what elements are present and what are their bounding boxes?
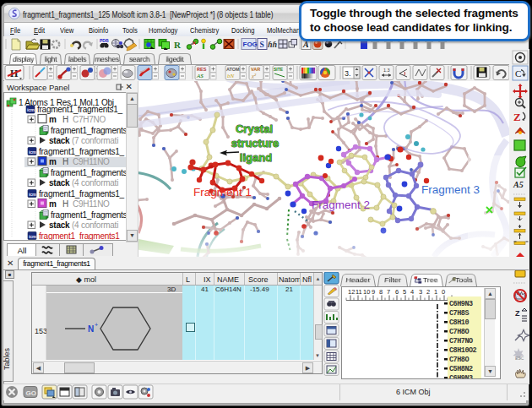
svg-text:3: 3: [419, 288, 422, 296]
svg-text:SITE: SITE: [274, 67, 284, 72]
svg-text:N: N: [88, 324, 94, 334]
svg-text:C7H7NO: C7H7NO: [449, 337, 473, 345]
svg-text:S: S: [260, 41, 264, 49]
svg-text:structure: structure: [231, 137, 279, 150]
svg-text:4: 4: [410, 288, 414, 296]
svg-text:PDB: PDB: [100, 38, 109, 43]
svg-text:0: 0: [442, 288, 445, 296]
svg-text:Crystal: Crystal: [236, 122, 273, 135]
svg-text:(4 conformati: (4 conformati: [72, 220, 118, 230]
svg-text:stack: stack: [49, 178, 70, 188]
svg-text:ESC: ESC: [515, 356, 524, 361]
svg-text:stack: stack: [49, 220, 70, 230]
svg-text:A5: A5: [513, 180, 524, 189]
svg-text:A$: A$: [196, 73, 204, 79]
svg-text:fragment1_fragments: fragment1_fragments: [51, 210, 126, 220]
svg-text:+: +: [95, 322, 98, 328]
svg-text:C7H8O: C7H8O: [449, 328, 469, 336]
svg-text:R: R: [174, 40, 182, 50]
svg-text:1.3: 1.3: [383, 68, 390, 73]
svg-text:C9H11NO: C9H11NO: [73, 199, 110, 209]
svg-text:C7H8S: C7H8S: [449, 309, 469, 318]
svg-text:fragment1_fragments1_: fragment1_fragments1_: [39, 147, 125, 156]
svg-text:Z: Z: [515, 309, 520, 318]
svg-text:C6H9N3: C6H9N3: [449, 374, 473, 378]
svg-text:C8H10O2: C8H10O2: [449, 346, 477, 355]
svg-text:fragment1_fragments1_: fragment1_fragments1_: [39, 189, 125, 199]
svg-text:GO: GO: [26, 389, 36, 397]
svg-text:m: m: [49, 199, 57, 209]
svg-text:m: m: [49, 115, 57, 124]
svg-text:Fragment 2: Fragment 2: [312, 199, 370, 211]
svg-text:stack: stack: [49, 136, 70, 145]
svg-text:fragment1_fragments1_: fragment1_fragments1_: [37, 105, 123, 114]
svg-text:C9H11NO: C9H11NO: [73, 157, 110, 166]
svg-text:C7H7NO: C7H7NO: [73, 115, 106, 124]
svg-text:7: 7: [387, 288, 390, 296]
svg-text:ATOM: ATOM: [226, 67, 240, 72]
svg-text:5: 5: [403, 288, 406, 296]
svg-text:9: 9: [372, 288, 375, 296]
svg-text:2: 2: [426, 288, 430, 296]
svg-text:(7 conformati: (7 conformati: [72, 136, 118, 145]
svg-text:fragment1_fragments: fragment1_fragments: [51, 126, 126, 135]
svg-text:C8H10: C8H10: [449, 318, 469, 327]
svg-text:H: H: [62, 115, 68, 124]
svg-text:bN: bN: [227, 73, 235, 79]
svg-text:fragment1_fragments: fragment1_fragments: [51, 168, 126, 177]
svg-text:6: 6: [395, 288, 399, 296]
svg-text:fragment1_fragments1: fragment1_fragments1: [39, 231, 120, 241]
svg-text:Z: Z: [513, 111, 521, 123]
svg-text:11: 11: [356, 288, 362, 296]
svg-text:10: 10: [363, 288, 370, 296]
svg-text:VAR: VAR: [251, 67, 260, 72]
svg-text:1: 1: [434, 288, 437, 296]
svg-text:3.: 3.: [345, 69, 351, 78]
svg-text:Fragment 1: Fragment 1: [193, 186, 252, 199]
svg-text:C: C: [515, 68, 521, 79]
svg-text:χ²: χ²: [251, 73, 257, 79]
svg-text:H: H: [62, 199, 68, 209]
svg-text:FOG: FOG: [243, 41, 258, 48]
svg-text:C7H8O: C7H8O: [449, 356, 469, 364]
svg-text:(4 conformati: (4 conformati: [72, 178, 118, 188]
svg-text:C6H9N3: C6H9N3: [449, 300, 473, 308]
svg-text:Fragment 3: Fragment 3: [421, 183, 480, 196]
svg-text:ligand: ligand: [240, 151, 272, 164]
svg-text:12: 12: [348, 288, 355, 296]
svg-text:C5H8N2: C5H8N2: [449, 365, 473, 373]
svg-text:8: 8: [379, 288, 383, 296]
svg-text:ɦɦ: ɦɦ: [268, 40, 278, 49]
svg-text:m: m: [49, 157, 57, 166]
svg-text:RES: RES: [197, 67, 207, 72]
svg-text:H: H: [62, 157, 68, 166]
svg-text:6 ICM Obj: 6 ICM Obj: [396, 388, 431, 396]
